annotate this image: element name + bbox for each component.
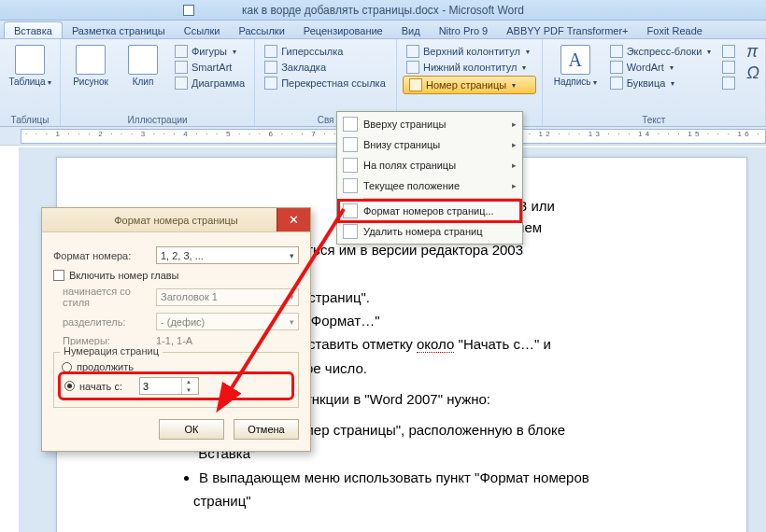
- dropcap-button[interactable]: Буквица▾: [606, 76, 716, 91]
- number-format-combo[interactable]: 1, 2, 3, ...▾: [156, 246, 299, 264]
- dialog-titlebar[interactable]: Формат номера страницы ✕: [42, 208, 310, 232]
- numbering-fieldset: Нумерация страниц продолжить начать с: ▲…: [53, 352, 299, 408]
- chevron-down-icon: ▾: [671, 79, 674, 88]
- spin-down-icon[interactable]: ▼: [182, 386, 195, 395]
- include-chapter-checkbox[interactable]: Включить номер главы: [53, 270, 299, 281]
- tab-references[interactable]: Ссылки: [175, 22, 230, 38]
- menu-page-margins[interactable]: На полях страницы▸: [339, 155, 520, 175]
- cancel-button[interactable]: Отмена: [234, 419, 299, 440]
- header-icon: [406, 45, 419, 58]
- tab-mailings[interactable]: Рассылки: [229, 22, 293, 38]
- crossref-button[interactable]: Перекрестная ссылка: [261, 76, 390, 91]
- ok-button[interactable]: ОК: [159, 419, 224, 440]
- tab-review[interactable]: Рецензирование: [294, 22, 392, 38]
- wordart-label: WordArt: [627, 62, 664, 73]
- start-at-input[interactable]: [140, 381, 181, 392]
- footer-icon: [406, 61, 419, 74]
- combo-value: Заголовок 1: [161, 291, 218, 302]
- wordart-icon: [610, 61, 623, 74]
- sig-button[interactable]: [718, 44, 739, 59]
- date-icon: [722, 61, 735, 74]
- footer-button[interactable]: Нижний колонтитул▾: [403, 60, 536, 75]
- tab-insert[interactable]: Вставка: [4, 21, 63, 38]
- quickparts-label: Экспресс-блоки: [627, 46, 702, 57]
- chevron-down-icon: ▾: [233, 48, 236, 56]
- text-frag: "Начать с…" и: [454, 336, 550, 352]
- group-label-illus: Иллюстрации: [66, 113, 248, 126]
- shapes-button[interactable]: Фигуры▾: [171, 44, 248, 59]
- table-label: Таблица: [8, 77, 45, 87]
- spin-up-icon[interactable]: ▲: [182, 378, 195, 386]
- chevron-down-icon: ▾: [290, 251, 294, 260]
- menu-remove-page-numbers[interactable]: Удалить номера страниц: [339, 221, 520, 242]
- dialog-title: Формат номера страницы: [114, 215, 238, 226]
- quickparts-icon: [610, 45, 623, 58]
- tab-page-layout[interactable]: Разметка страницы: [63, 22, 175, 38]
- header-button[interactable]: Верхний колонтитул▾: [403, 44, 536, 59]
- smartart-icon: [175, 61, 188, 74]
- quickparts-button[interactable]: Экспресс-блоки▾: [606, 44, 716, 59]
- menu-bottom-of-page[interactable]: Внизу страницы▸: [339, 134, 520, 155]
- checkbox-label: Включить номер главы: [69, 270, 179, 281]
- page-bottom-icon: [343, 137, 358, 152]
- chevron-down-icon: ▾: [290, 317, 294, 327]
- equation-icon[interactable]: π: [746, 42, 759, 62]
- group-label-text: Текст: [548, 113, 759, 126]
- close-button[interactable]: ✕: [277, 208, 310, 231]
- textbox-icon: A: [560, 45, 590, 75]
- dropcap-label: Буквица: [627, 77, 666, 89]
- text-frag: "Номер страницы", расположенную в блоке: [281, 422, 565, 438]
- textbox-button[interactable]: A Надпись▾: [548, 42, 603, 91]
- tab-view[interactable]: Вид: [392, 22, 430, 38]
- page-margin-icon: [343, 158, 358, 173]
- shapes-label: Фигуры: [192, 46, 227, 57]
- combo-value: 1, 2, 3, ...: [161, 250, 204, 261]
- menu-current-position[interactable]: Текущее положение▸: [339, 175, 520, 196]
- text-frag: В выпадающем меню использовать пункт "Фо…: [199, 469, 589, 485]
- tab-nitro[interactable]: Nitro Pro 9: [430, 22, 498, 38]
- menu-label: Формат номеров страниц...: [363, 205, 494, 217]
- fieldset-legend: Нумерация страниц: [60, 345, 163, 357]
- radio-start-at[interactable]: начать с: ▲▼: [62, 375, 291, 397]
- chapter-style-combo: Заголовок 1▾: [156, 288, 299, 306]
- symbol-icon[interactable]: Ω: [746, 63, 759, 83]
- chevron-right-icon: ▸: [512, 181, 517, 190]
- table-button[interactable]: Таблица▾: [6, 42, 54, 91]
- date-button[interactable]: [718, 60, 739, 75]
- chevron-down-icon: ▾: [526, 48, 530, 56]
- tab-foxit[interactable]: Foxit Reade: [638, 22, 712, 38]
- clip-icon: [128, 45, 158, 75]
- wordart-button[interactable]: WordArt▾: [606, 60, 716, 75]
- page-number-button[interactable]: Номер страницы▾: [403, 76, 536, 94]
- menu-top-of-page[interactable]: Вверху страницы▸: [339, 114, 520, 134]
- ribbon-tabs: Вставка Разметка страницы Ссылки Рассылк…: [0, 21, 766, 39]
- group-tables: Таблица▾ Таблицы: [0, 39, 61, 126]
- tab-abbyy[interactable]: ABBYY PDF Transformer+: [497, 22, 637, 38]
- hyperlink-button[interactable]: Гиперссылка: [261, 44, 390, 59]
- chevron-right-icon: ▸: [512, 161, 517, 170]
- picture-button[interactable]: Рисунок: [66, 42, 115, 90]
- chart-button[interactable]: Диаграмма: [171, 76, 248, 91]
- checkbox-icon: [53, 270, 64, 281]
- menu-separator: [363, 198, 520, 199]
- chevron-down-icon: ▾: [670, 63, 674, 72]
- start-at-spinner[interactable]: ▲▼: [139, 377, 199, 395]
- smartart-button[interactable]: SmartArt: [171, 60, 248, 75]
- format-icon: [343, 203, 358, 218]
- menu-label: На полях страницы: [363, 160, 456, 171]
- obj-button[interactable]: [718, 76, 739, 91]
- picture-icon: [76, 45, 106, 75]
- chevron-down-icon: ▾: [593, 78, 597, 87]
- clip-button[interactable]: Клип: [119, 42, 167, 90]
- chevron-down-icon: ▾: [512, 81, 516, 90]
- picture-label: Рисунок: [73, 77, 108, 87]
- text-frag: страниц": [193, 493, 251, 509]
- separator-combo: - (дефис)▾: [156, 313, 299, 330]
- radio-continue[interactable]: продолжить: [62, 361, 291, 372]
- menu-format-page-numbers[interactable]: Формат номеров страниц...: [339, 201, 520, 221]
- document-icon: [183, 5, 194, 16]
- bookmark-label: Закладка: [281, 62, 326, 73]
- bookmark-button[interactable]: Закладка: [261, 60, 390, 75]
- radio-icon: [64, 381, 75, 391]
- chevron-right-icon: ▸: [512, 140, 517, 149]
